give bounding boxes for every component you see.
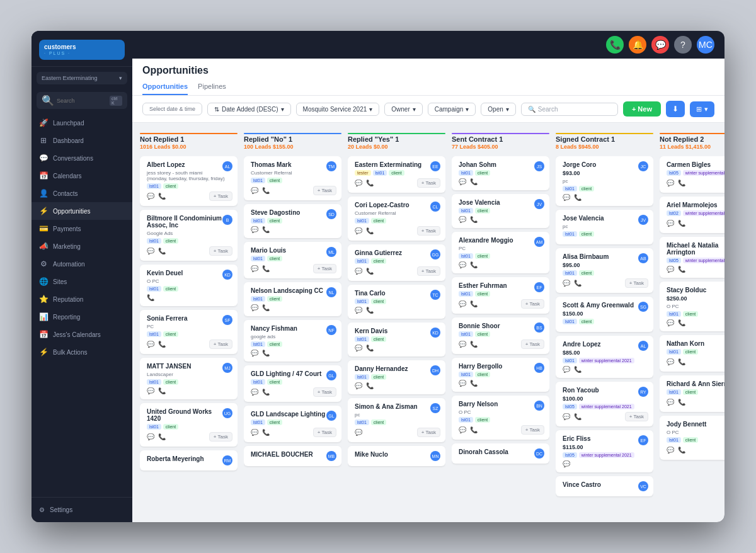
message-icon[interactable]: 💬 [355,227,362,234]
new-opportunity-button[interactable]: + New [623,101,661,117]
date-filter-btn[interactable]: Select date & time [142,103,202,115]
pipeline-filter-btn[interactable]: Mosquito Service 2021 ▾ [296,103,380,116]
message-icon[interactable]: 💬 [459,341,466,348]
card[interactable]: SZ Simon & Ana Zisman pc lst01 client 💬 … [348,398,445,442]
card[interactable]: KD Kevin Deuel O PC lst01 client 📞 [140,265,238,306]
card[interactable]: EF Eric Fliss $115.00 lst05 winter suppl… [556,430,653,472]
message-icon[interactable]: 💬 [355,429,362,436]
card[interactable]: GG Ginna Gutierrez lst01 client 💬 📞 + Ta… [348,244,445,281]
phone-icon[interactable]: 📞 [158,433,166,440]
card[interactable]: DH Danny Hernandez lst01 client 💬 📞 [348,360,445,394]
add-task-button[interactable]: + Task [625,278,648,288]
phone-icon[interactable]: 📞 [574,194,581,201]
message-icon[interactable]: 💬 [147,248,154,254]
message-icon[interactable]: 💬 [355,268,362,275]
add-task-button[interactable]: + Task [209,339,232,349]
sidebar-item-contacts[interactable]: 👤 Contacts [32,185,132,202]
phone-icon[interactable]: 📞 [470,216,478,223]
sort-filter-btn[interactable]: ⇅ Date Added (DESC) ▾ [207,103,291,116]
card[interactable]: JC Jorge Coro $93.00 pc lst01 client 💬 📞 [556,156,653,206]
card[interactable]: MJ MATT JANSEN Landscaper lst01 client 💬… [140,358,238,399]
message-icon[interactable]: 💬 [459,426,466,433]
export-button[interactable]: ⬇ [666,101,685,117]
message-icon[interactable]: 💬 [147,433,154,440]
message-icon[interactable]: 💬 [667,266,674,273]
card[interactable]: EE Eastern Exterminating tester lst01 cl… [348,156,445,193]
phone-icon[interactable]: 📞 [678,319,685,326]
card[interactable]: AM Alexandre Moggio PC lst01 client 💬 📞 [452,232,549,273]
sidebar-item-dashboard[interactable]: ⊞ Dashboard [32,132,132,149]
card[interactable]: JS Johan Sohm lst01 client 💬 📞 [452,156,549,190]
message-icon[interactable]: 💬 [667,447,674,453]
message-icon[interactable]: 💬 [667,399,674,406]
sidebar-item-calendars[interactable]: 📅 Calendars [32,167,132,185]
phone-icon[interactable]: 📞 [262,187,270,194]
card[interactable]: NK Nathan Korn lst01 client 💬 📞 + Task [660,335,724,372]
card[interactable]: UG United Ground Works 1420 lst01 client… [140,403,238,447]
message-icon[interactable]: 💬 [147,387,154,394]
user-avatar-btn[interactable]: MC [697,36,714,54]
sidebar-item-sites[interactable]: 🌐 Sites [32,273,132,290]
phone-icon[interactable]: 📞 [470,380,478,387]
card[interactable]: RM Roberta Meyeringh [140,450,238,470]
phone-icon[interactable]: 📞 [470,261,478,268]
card[interactable]: GL GLD Landscape Lighting lst01 client 💬… [244,406,341,442]
notification-icon-btn[interactable]: 🔔 [629,36,646,54]
message-icon[interactable]: 💬 [459,380,466,387]
add-task-button[interactable]: + Task [417,428,440,437]
phone-icon[interactable]: 📞 [574,280,581,287]
add-task-button[interactable]: + Task [625,412,648,421]
message-icon[interactable]: 💬 [563,194,570,201]
phone-icon[interactable]: 📞 [574,413,581,420]
phone-icon[interactable]: 📞 [574,366,581,373]
message-icon[interactable]: 💬 [251,350,258,356]
sidebar-item-launchpad[interactable]: 🚀 Launchpad [32,114,132,132]
message-icon[interactable]: 💬 [667,220,674,227]
message-icon[interactable]: 💬 [147,341,154,348]
card[interactable]: AB Alisa Birnbaum $95.00 lst01 client 💬 … [556,248,653,293]
card[interactable]: GL GLD Lighting / 47 Court lst01 client … [244,365,341,402]
card[interactable]: MB MICHAEL BOUCHER [244,446,341,466]
message-icon[interactable]: 💬 [563,280,570,287]
add-task-button[interactable]: + Task [521,339,544,349]
view-toggle-button[interactable]: ⊞ ▾ [690,101,714,117]
sidebar-search[interactable]: 🔍 ctrl K [37,92,127,109]
message-icon[interactable]: 💬 [251,429,258,436]
card[interactable]: HB Harry Bergollo lst01 client 💬 📞 [452,358,549,392]
phone-icon[interactable]: 📞 [262,265,270,272]
card[interactable]: B Biltmore II Condominium Assoc, Inc Goo… [140,210,238,261]
card[interactable]: SF Sonia Ferrera PC lst01 client 💬 📞 [140,310,238,354]
message-icon[interactable]: 💬 [667,180,674,186]
card[interactable]: ML Mario Louis lst01 client 💬 📞 + Task [244,242,341,278]
add-task-button[interactable]: + Task [209,191,232,201]
message-icon[interactable]: 💬 [563,413,570,420]
add-task-button[interactable]: + Task [417,226,440,236]
add-task-button[interactable]: + Task [313,428,336,437]
card[interactable]: KD Kern Davis lst01 client 💬 📞 [348,322,445,356]
card[interactable]: NL Nelson Landscaping CC lst01 client 💬 … [244,282,341,316]
phone-icon[interactable]: 📞 [678,266,685,273]
phone-icon[interactable]: 📞 [678,358,685,365]
sidebar-item-bulk-actions[interactable]: ⚡ Bulk Actions [32,343,132,361]
sidebar-item-conversations[interactable]: 💬 Conversations [32,149,132,167]
add-task-button[interactable]: + Task [417,178,440,188]
card[interactable]: SB Stacy Bolduc $250.00 O PC lst01 clien… [660,282,724,331]
card[interactable]: MN Mike Nuclo [348,446,445,466]
phone-icon[interactable]: 📞 [158,341,166,348]
card[interactable]: TM Thomas Mark Customer Referral lst01 c… [244,156,341,200]
logo[interactable]: customers · PLUS · [39,40,125,60]
phone-icon[interactable]: 📞 [262,389,270,396]
message-icon[interactable]: 💬 [251,304,258,311]
phone-icon[interactable]: 📞 [366,345,374,351]
phone-icon[interactable]: 📞 [470,300,478,307]
sidebar-item-opportunities[interactable]: ⚡ Opportunities [32,202,132,220]
tab-pipelines[interactable]: Pipelines [198,79,226,95]
phone-icon[interactable]: 📞 [678,447,685,453]
phone-icon[interactable]: 📞 [470,178,478,185]
phone-icon[interactable]: 📞 [158,193,166,200]
message-icon[interactable]: 💬 [459,178,466,185]
phone-icon[interactable]: 📞 [158,248,166,254]
phone-icon[interactable]: 📞 [262,350,270,356]
phone-icon[interactable]: 📞 [470,341,478,348]
phone-icon[interactable]: 📞 [678,180,685,186]
